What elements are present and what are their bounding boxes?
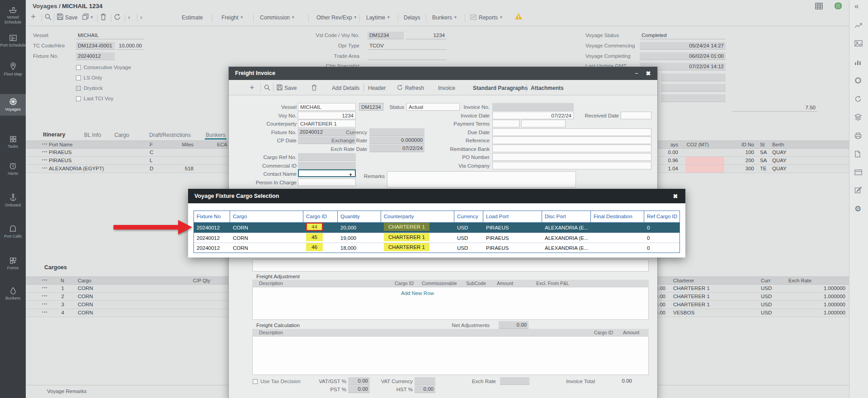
media-icon[interactable] [854,39,863,47]
col-st[interactable]: St [760,142,764,147]
col-miles[interactable]: Miles [166,142,193,147]
vsl-code-field[interactable]: DM1234 [368,32,404,39]
add-new-row-link[interactable]: Add New Row [401,290,434,296]
menu-reports[interactable]: Reports ▼ [479,14,503,21]
col-berth[interactable]: Berth [772,142,784,147]
add-button[interactable]: + [31,12,36,22]
popup-titlebar[interactable]: Voyage Fixture Cargo Selection [188,189,685,203]
exch-rate-field[interactable] [500,377,529,385]
vat-currency-field[interactable] [415,377,435,385]
gear-icon[interactable]: ⚙ [854,204,861,214]
next-button[interactable]: › [140,13,142,21]
add-details-button[interactable]: Add Details [332,85,359,91]
tab-itinerary[interactable]: Itinerary [43,131,65,138]
col-disc-port[interactable]: Disc Port [542,211,591,222]
copy-icon[interactable] [82,14,89,20]
po-number-field[interactable] [492,153,651,161]
net-adjustments-field[interactable]: 0.00 [499,321,528,329]
delete-icon[interactable] [311,84,317,91]
row-menu-icon[interactable]: ••• [42,294,47,298]
drydock-checkbox[interactable]: Drydock [76,85,103,91]
col-exch-rate[interactable]: Exch Rate [788,278,811,283]
refresh-icon[interactable] [397,84,403,90]
exch-rate-date-field[interactable]: 07/22/24 [369,145,425,152]
row-menu-icon[interactable]: ••• [42,150,47,154]
donut-chart-icon[interactable] [854,76,862,84]
col-currency[interactable]: Currency [454,211,483,222]
search-icon[interactable] [45,14,52,20]
sidebar-item-port-schedule[interactable]: Port Schedule [0,33,26,48]
invoice-lines-field[interactable] [252,259,649,272]
breadcrumb[interactable]: Voyages / [33,3,61,9]
opr-type-field[interactable]: TCOV [368,42,447,50]
col-n[interactable]: N [51,278,64,283]
sidebar-item-alerts[interactable]: Alerts [0,160,26,176]
consecutive-voyage-checkbox[interactable]: Consecutive Voyage [76,65,131,70]
menu-other-rev-exp[interactable]: Other Rev/Exp ▼ [316,14,357,21]
voy-no-field[interactable]: 1234 [406,32,447,39]
invoice-no-field[interactable] [492,103,574,111]
trade-area-field[interactable] [368,52,447,60]
sidebar-item-port-calls[interactable]: Port Calls [0,223,26,239]
attachments-button[interactable]: Attachments [531,85,564,91]
menu-commission[interactable]: Commission ▼ [260,14,295,21]
menu-freight[interactable]: Freight ▼ [222,14,244,21]
exchange-rate-field[interactable]: 0.000000 [369,136,425,144]
sidebar-item-fleet-map[interactable]: Fleet Map [0,61,26,77]
pst-field[interactable]: 0.00 [348,385,370,393]
document-icon[interactable] [854,150,861,158]
printer-icon[interactable] [854,131,862,139]
reference-field[interactable] [492,136,651,144]
tab-draft-restrictions[interactable]: Draft/Restrictions [149,132,191,138]
voy-no-field[interactable]: 1234 [298,112,356,119]
sidebar-item-bunkers[interactable]: Bunkers [0,285,26,301]
col-id-no[interactable]: ID No [728,142,754,147]
refresh-button[interactable]: Refresh [405,85,424,91]
col-port-name[interactable]: Port Name [49,142,73,147]
cargo-ref-field[interactable] [298,153,356,161]
minimize-icon[interactable]: − [632,67,641,80]
col-cargo[interactable]: Cargo [78,278,91,283]
readonly-field[interactable] [661,74,726,81]
save-icon[interactable] [277,84,283,90]
search-icon[interactable] [264,84,270,91]
close-icon[interactable]: ✖ [671,189,680,204]
close-icon[interactable]: ✖ [644,67,653,80]
warning-icon[interactable] [514,13,523,20]
tab-bl-info[interactable]: BL Info [84,132,101,138]
menu-laytime[interactable]: Laytime ▼ [366,14,390,21]
row-menu-icon[interactable]: ••• [42,166,47,170]
menu-bunkers[interactable]: Bunkers ▼ [432,14,457,21]
table-grid-icon[interactable] [815,3,823,9]
col-co2[interactable]: CO2 (MT) [687,142,709,147]
payment-terms-desc-field[interactable] [521,120,566,127]
currency-field[interactable] [369,128,425,136]
person-in-charge-field[interactable] [298,178,356,186]
tab-bunkers[interactable]: Bunkers [206,132,226,138]
save-icon[interactable] [57,14,63,20]
invoice-button[interactable]: Invoice [438,85,455,91]
sidebar-item-tasks[interactable]: Tasks [0,134,26,149]
vessel-field[interactable]: MICHAIL [76,32,144,39]
readonly-field[interactable] [661,84,726,92]
voyage-completing-field[interactable]: 06/02/24 01:00 [640,52,726,60]
row-menu-icon[interactable]: ••• [42,286,47,290]
row-menu-icon[interactable]: ••• [42,302,47,306]
remarks-field[interactable] [387,171,576,187]
due-date-field[interactable] [492,128,651,136]
invoice-total-field[interactable]: 0.00 [612,377,634,385]
compose-icon[interactable] [854,186,862,194]
ls-only-checkbox[interactable]: LS Only [76,75,102,80]
menu-delays[interactable]: Delays [404,14,420,21]
trend-chart-icon[interactable] [854,21,863,28]
card-icon[interactable] [854,168,862,175]
cargo-selection-row-selected[interactable]: 20240012 CORN 44 20,000 CHARTERER 1 USD … [194,223,679,233]
col-cp-qty[interactable]: C/P Qty [179,278,210,283]
via-company-field[interactable] [492,162,651,169]
refresh-icon[interactable] [114,14,121,20]
commercial-id-field[interactable] [298,162,356,169]
col-f[interactable]: F [150,142,153,147]
sidebar-item-forms[interactable]: Forms [0,255,26,271]
header-button[interactable]: Header [368,85,386,91]
hst-field[interactable]: 0.00 [415,385,435,393]
